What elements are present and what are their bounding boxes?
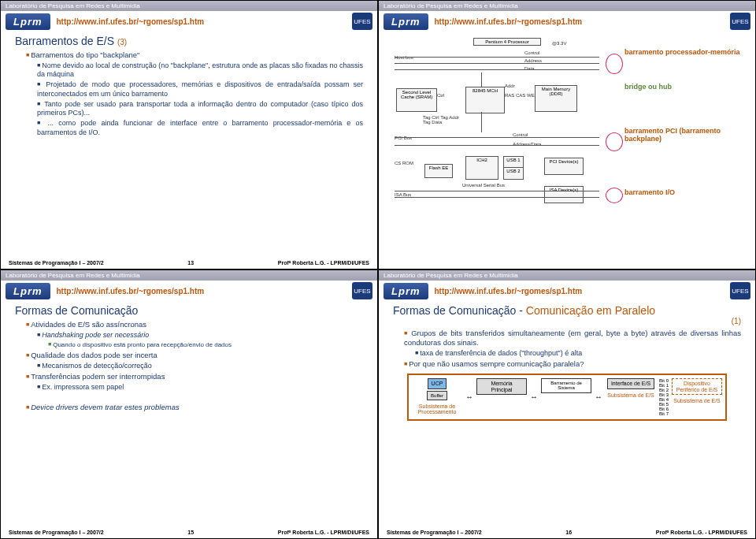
box-barsis: Barramento de Sistema (541, 378, 591, 393)
slide-title: Formas de Comunicação - Comunicação em P… (379, 299, 755, 327)
footer-page: 16 (565, 530, 572, 535)
lab-header: Laboratório de Pesquisa em Redes e Multi… (379, 270, 755, 281)
ufes-badge: UFES (730, 282, 750, 299)
sub-bullet: taxa de transferência de dados ("through… (415, 349, 741, 358)
arrow-icon: ↔ (465, 392, 473, 401)
bullet: Grupos de bits transferidos simultaneame… (404, 329, 741, 348)
header-url: http://www.inf.ufes.br/~rgomes/sp1.htm (435, 287, 583, 296)
lab-title: Laboratório de Pesquisa em Redes e Multi… (384, 272, 518, 279)
slide-footer: Sistemas de Programação I – 2007/2 16 Pr… (379, 528, 755, 538)
sub-header: Lprm http://www.inf.ufes.br/~rgomes/sp1.… (1, 11, 377, 30)
box-processor: Pentium 4 Processor (473, 38, 541, 46)
footer-page: 15 (187, 530, 194, 535)
marker-circle (606, 188, 623, 203)
title-sub: (3) (117, 38, 127, 46)
lab-title: Laboratório de Pesquisa em Redes e Multi… (6, 272, 140, 279)
sub-bullet: Handshaking pode ser necessário (37, 331, 363, 340)
lab-title: Laboratório de Pesquisa em Redes e Multi… (6, 2, 140, 9)
sub-bullet: Projetado de modo que processadores, mem… (37, 80, 363, 99)
box-pcidev: PCI Device(s) (544, 158, 584, 175)
box-ucp: UCP (428, 378, 447, 389)
label-sub1: Subsistema de Processamento (412, 403, 462, 414)
slide-body: Atividades de E/S são assíncronas Handsh… (1, 318, 377, 528)
bullet: Device drivers devem tratar estes proble… (26, 403, 363, 412)
footer-course: Sistemas de Programação I – 2007/2 (9, 530, 104, 535)
sub-header: Lprm http://www.inf.ufes.br/~rgomes/sp1.… (379, 11, 755, 30)
box-interface: Interface de E/S (607, 378, 654, 389)
box-ich2: ICH2 (465, 156, 498, 180)
lprm-logo: Lprm (384, 13, 428, 30)
box-mch: 82845 MCH (465, 87, 505, 113)
footer-course: Sistemas de Programação I – 2007/2 (387, 530, 482, 535)
lab-header: Laboratório de Pesquisa em Redes e Multi… (1, 270, 377, 281)
annot-pci: barramento PCI (barramento backplane) (624, 128, 743, 143)
box-cache: Second Level Cache (SRAM) (396, 88, 437, 112)
slide-footer: Sistemas de Programação I – 2007/2 15 Pr… (1, 528, 377, 538)
arrow-icon: ↔ (530, 392, 538, 401)
slide-13: Laboratório de Pesquisa em Redes e Multi… (0, 0, 378, 270)
bit-lines: Bit 0 Bit 1 Bit 2 Bit 3 Bit 4 Bit 5 Bit … (659, 378, 669, 416)
bullet: Atividades de E/S são assíncronas (26, 320, 363, 329)
sub-bullet: Nome devido ao local de construção (no "… (37, 61, 363, 80)
parallel-diagram: UCP Buffer Subsistema de Processamento ↔… (407, 374, 727, 421)
lab-title: Laboratório de Pesquisa em Redes e Multi… (384, 2, 518, 9)
slide-15: Laboratório de Pesquisa em Redes e Multi… (0, 270, 378, 539)
slide-footer: Sistemas de Programação I – 2007/2 13 Pr… (1, 258, 377, 269)
box-isadev: ISA Device(s) (544, 186, 584, 203)
label-sub2: Subsistema de E/S (607, 392, 654, 398)
footer-course: Sistemas de Programação I – 2007/2 (9, 260, 104, 266)
sub-bullet: ... como pode ainda funcionar de interfa… (37, 119, 363, 137)
marker-circle (606, 132, 623, 151)
box-mem: Memória Principal (476, 378, 527, 395)
annot-bridge: bridge ou hub (624, 84, 743, 91)
slide-14: Laboratório de Pesquisa em Redes e Multi… (378, 0, 756, 270)
label-csrom: CS ROM (395, 161, 413, 165)
lprm-logo: Lprm (384, 283, 428, 299)
bullet: Qualidade dos dados pode ser incerta (26, 351, 363, 360)
label-pcibus: PCI Bus (395, 136, 412, 140)
footer-prof: Profª Roberta L.G. - LPRM/DI/UFES (656, 530, 747, 535)
lab-header: Laboratório de Pesquisa em Redes e Multi… (1, 1, 377, 11)
slide-16: Laboratório de Pesquisa em Redes e Multi… (378, 270, 756, 539)
label-usbbus: Universal Serial Bus (462, 183, 505, 188)
box-device: Dispositivo Periférico de E/S (672, 378, 722, 395)
bullet: Barramentos do tipo "backplane" (26, 50, 363, 60)
marker-circle (606, 54, 623, 74)
ufes-badge: UFES (352, 282, 372, 299)
label-hostbus: Host bus (395, 55, 413, 60)
sub-bullet: Tanto pode ser usado para transportar to… (37, 100, 363, 118)
label-data: Data (524, 66, 535, 71)
sub-bullet: Mecanismos de detecção/correção (37, 362, 363, 370)
header-url: http://www.inf.ufes.br/~rgomes/sp1.htm (57, 287, 205, 296)
bullet: Por que não usamos sempre comunicação pa… (404, 359, 741, 369)
box-flash: Flash EE (424, 164, 453, 178)
slide-body: Grupos de bits transferidos simultaneame… (379, 327, 755, 528)
slide-title: Formas de Comunicação (1, 299, 377, 318)
annot-io: barramento I/O (624, 189, 743, 197)
lprm-logo: Lprm (6, 13, 50, 30)
label-addrdata: Address/Data (513, 142, 541, 147)
label-tag: Tag Ctrl Tag Addr Tag Data (423, 115, 462, 125)
label-addr: Addr (505, 84, 515, 88)
sub-header: Lprm http://www.inf.ufes.br/~rgomes/sp1.… (1, 281, 377, 299)
lab-header: Laboratório de Pesquisa em Redes e Multi… (379, 1, 755, 11)
ufes-badge: UFES (730, 13, 750, 30)
sub-header: Lprm http://www.inf.ufes.br/~rgomes/sp1.… (379, 281, 755, 299)
header-url: http://www.inf.ufes.br/~rgomes/sp1.htm (57, 17, 205, 26)
footer-prof: Profª Roberta L.G. - LPRM/DI/UFES (278, 530, 369, 535)
title-text: Barramentos de E/S (15, 35, 114, 47)
header-url: http://www.inf.ufes.br/~rgomes/sp1.htm (435, 17, 583, 26)
annot-proc-mem: barramento processador-memória (624, 49, 743, 57)
lprm-logo: Lprm (6, 283, 50, 299)
box-usb2: USB 2 (503, 167, 524, 180)
sub-bullet: Ex. impressora sem papel (37, 383, 363, 392)
sub-sub-bullet: Quando o dispositivo está pronto para re… (48, 341, 363, 349)
bullet: Transferências podem ser interrompidas (26, 372, 363, 381)
label-ctrl: Ctrl (437, 93, 444, 98)
label-sub3: Subsistema de E/S (673, 398, 721, 403)
ufes-badge: UFES (352, 13, 372, 30)
box-mainmem: Main Memory (DDR) (535, 85, 577, 112)
slide-body: Barramentos do tipo "backplane" Nome dev… (1, 49, 377, 258)
box-buffer: Buffer (427, 391, 447, 401)
label-control: Control (524, 50, 539, 55)
